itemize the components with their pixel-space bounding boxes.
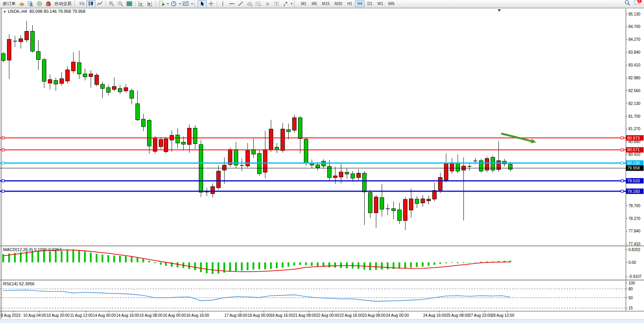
svg-text:81.700: 81.700 [628,114,640,119]
svg-text:16 Aug 00:00: 16 Aug 00:00 [163,313,186,318]
svg-text:0.00: 0.00 [628,260,636,265]
zoom-out-icon[interactable] [116,0,125,8]
svg-text:E: E [251,4,252,7]
template-caret[interactable]: ▼ [191,2,193,5]
text-label-tool-icon[interactable]: T [272,0,281,8]
svg-text:-0.9107: -0.9107 [628,274,642,279]
svg-text:21 Aug 08:00: 21 Aug 08:00 [293,313,316,318]
search-icon[interactable] [625,0,630,7]
new-order-button[interactable]: 新订单 [1,0,17,7]
periods-caret[interactable]: ▼ [179,2,181,5]
svg-text:14 Aug 16:00: 14 Aug 16:00 [116,313,139,318]
hline-handle[interactable] [2,180,4,182]
svg-text:77.840: 77.840 [628,229,640,233]
timeframe-d1[interactable]: D1 [365,0,375,7]
timeframe-h1[interactable]: H1 [345,0,354,7]
chart-symbol-period: USOil-,H4 [8,9,27,14]
svg-text:10 Aug 20:00: 10 Aug 20:00 [47,313,70,318]
symbol-collapse-arrow[interactable]: ▼ [3,10,6,14]
svg-text:82.980: 82.980 [628,76,640,80]
timeframe-mn[interactable]: MN [386,0,397,7]
horizontal-line-tool-icon[interactable] [227,0,236,8]
hline-handle[interactable] [621,149,623,151]
svg-text:79.958: 79.958 [627,166,640,170]
svg-text:25 Aug 08:00: 25 Aug 08:00 [446,313,469,318]
svg-text:81.270: 81.270 [628,127,640,131]
market-radar-icon[interactable] [35,0,44,8]
toolbar-grip [74,1,76,7]
svg-text:80.973: 80.973 [627,136,640,140]
line-chart-type-icon[interactable] [95,0,104,8]
hline-handle[interactable] [2,190,4,192]
svg-text:78.270: 78.270 [628,216,640,221]
tile-windows-icon[interactable] [125,0,134,8]
toolbar-grip [294,1,296,7]
toolbar-right-icons: 1 [625,0,643,7]
svg-text:24 Aug 16:00: 24 Aug 16:00 [423,313,446,318]
svg-text:23 Aug 08:00: 23 Aug 08:00 [363,313,386,318]
svg-text:85.130: 85.130 [628,12,640,16]
autotrading-label[interactable]: 自动交易 [53,0,73,7]
crosshair-tool-icon[interactable] [207,0,216,8]
timeframe-h4[interactable]: H4 [355,0,365,7]
svg-text:22 Aug 00:00: 22 Aug 00:00 [316,313,339,318]
timeframe-m1[interactable]: M1 [299,0,309,7]
trendline-tool-icon[interactable] [236,0,245,8]
price-chart[interactable]: 85.13084.70084.27083.84083.41082.98082.5… [0,0,644,323]
bottom-panel-strip [0,319,644,323]
hline-handle[interactable] [621,137,623,139]
svg-text:77.410: 77.410 [628,242,640,246]
hline-handle[interactable] [621,162,623,164]
svg-text:80.130: 80.130 [627,161,640,165]
svg-text:78.700: 78.700 [628,204,640,208]
notifications-icon[interactable]: 1 [633,0,640,7]
arrows-tool-caret[interactable]: ▼ [290,2,293,5]
svg-text:100: 100 [628,281,635,285]
svg-text:18 Aug 00:00: 18 Aug 00:00 [248,313,271,318]
macd-indicator-label: MACD(12,26,9) 0.1090 0.0267 [3,247,61,252]
equidistant-channel-tool-icon[interactable]: E [245,0,254,8]
cursor-tool-icon[interactable] [198,0,207,8]
fibonacci-tool-icon[interactable]: F [254,0,263,8]
auto-scroll-icon[interactable] [137,0,146,8]
timeframe-m15[interactable]: M15 [320,0,332,7]
svg-text:24 Aug 00:00: 24 Aug 00:00 [386,313,409,318]
add-indicator-caret[interactable]: ▼ [167,2,169,5]
svg-text:84.700: 84.700 [628,24,640,29]
periods-clock-icon[interactable] [169,0,178,8]
notification-badge: 1 [637,0,642,3]
timeframe-m5[interactable]: M5 [309,0,319,7]
arrows-tool-icon[interactable] [281,0,290,8]
profiles-icon[interactable] [17,0,26,8]
add-indicator-icon[interactable] [157,0,166,8]
hline-handle[interactable] [621,180,623,182]
chart-shift-icon[interactable] [146,0,154,8]
timeframe-m30[interactable]: M30 [332,0,344,7]
timeframe-w1[interactable]: W1 [375,0,386,7]
svg-text:83.840: 83.840 [628,50,640,54]
toolbar-separator [217,1,217,7]
toolbar-separator [156,1,156,7]
zoom-in-icon[interactable] [107,0,116,8]
community-icon[interactable] [26,0,35,8]
svg-text:28 Aug 12:00: 28 Aug 12:00 [491,313,514,318]
candlestick-chart-type-icon[interactable] [86,0,95,8]
text-tool-icon[interactable]: A [263,0,272,8]
svg-text:82.560: 82.560 [628,89,640,93]
svg-text:15: 15 [628,306,633,310]
chart-title: ▼USOil-,H4 80.098 80.146 79.958 79.958 [3,9,85,14]
template-icon[interactable] [181,0,190,8]
svg-text:14 Aug 00:00: 14 Aug 00:00 [93,313,116,318]
vertical-line-tool-icon[interactable] [218,0,227,8]
bar-chart-type-icon[interactable] [77,0,86,8]
svg-text:F: F [260,4,261,7]
toolbar-grip [194,1,196,7]
svg-text:50: 50 [628,296,633,300]
hline-handle[interactable] [2,149,4,151]
svg-text:79.183: 79.183 [627,189,640,194]
hline-handle[interactable] [621,190,623,192]
autotrading-icon[interactable] [44,0,53,8]
hline-handle[interactable] [2,162,4,164]
hline-handle[interactable] [2,137,4,139]
svg-text:83.410: 83.410 [628,63,640,67]
